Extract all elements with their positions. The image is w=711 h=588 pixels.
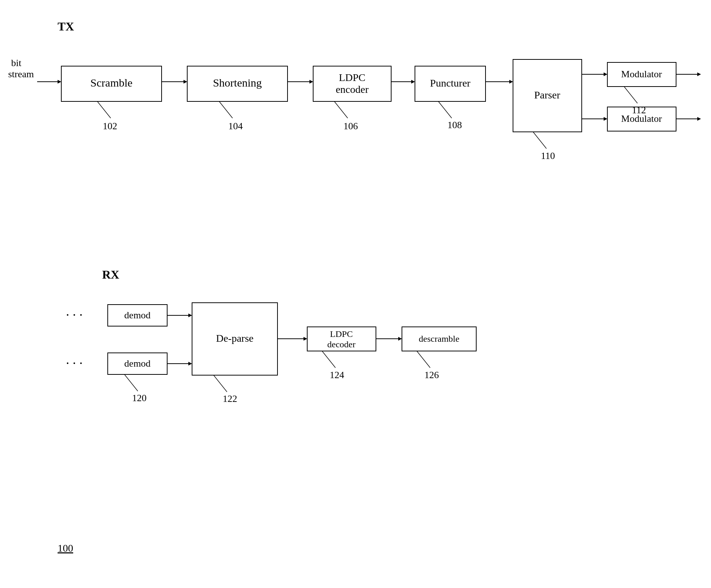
shortening-label: Shortening — [213, 77, 262, 89]
svg-marker-17 — [697, 117, 701, 121]
svg-marker-3 — [184, 80, 187, 84]
deparse-label: De-parse — [216, 332, 253, 344]
svg-line-23 — [624, 87, 637, 103]
ref-124: 124 — [330, 370, 344, 380]
scramble-label: Scramble — [90, 77, 132, 89]
svg-marker-9 — [509, 80, 513, 84]
svg-line-19 — [219, 101, 233, 118]
ref-120: 120 — [132, 393, 147, 403]
svg-line-22 — [533, 132, 546, 149]
modulator1-label: Modulator — [621, 69, 662, 79]
ldpc-decoder-label1: LDPC — [330, 329, 353, 339]
demod1-label: demod — [124, 310, 151, 321]
ldpc-decoder-label2: decoder — [327, 340, 356, 349]
figure-number: 100 — [58, 542, 73, 554]
svg-line-34 — [322, 351, 335, 368]
svg-marker-13 — [697, 72, 701, 76]
svg-line-20 — [334, 101, 348, 118]
ref-112: 112 — [632, 105, 646, 116]
ref-104: 104 — [228, 121, 243, 131]
tx-label: TX — [58, 20, 74, 33]
svg-marker-29 — [303, 337, 307, 341]
dots2: . . . — [66, 352, 83, 367]
parser-label: Parser — [534, 89, 561, 101]
svg-line-35 — [417, 351, 430, 368]
svg-line-33 — [214, 375, 227, 392]
svg-marker-11 — [604, 72, 607, 76]
svg-marker-1 — [58, 80, 61, 84]
puncturer-label: Puncturer — [430, 77, 471, 89]
ref-126: 126 — [425, 370, 439, 380]
diagram-container: TX bit stream Scramble Shortening LDPC e… — [0, 0, 711, 588]
svg-line-32 — [124, 374, 138, 391]
ldpc-encoder-label2: encoder — [336, 84, 369, 95]
svg-line-18 — [97, 101, 111, 118]
svg-marker-27 — [188, 362, 192, 366]
ref-108: 108 — [448, 120, 462, 130]
svg-marker-31 — [398, 337, 402, 341]
svg-marker-7 — [411, 80, 415, 84]
descramble-label: descramble — [419, 334, 459, 344]
demod2-label: demod — [124, 358, 151, 369]
ref-110: 110 — [541, 150, 555, 161]
ref-106: 106 — [344, 121, 358, 131]
ldpc-encoder-label1: LDPC — [339, 72, 366, 83]
bit-stream-label2: stream — [8, 69, 34, 79]
bit-stream-label: bit — [11, 58, 22, 68]
dots1: . . . — [66, 304, 83, 319]
ref-122: 122 — [223, 393, 237, 404]
svg-line-21 — [438, 101, 452, 118]
svg-marker-5 — [309, 80, 313, 84]
ref-102: 102 — [103, 121, 117, 131]
rx-label: RX — [102, 268, 119, 281]
svg-marker-25 — [188, 314, 192, 317]
svg-marker-15 — [604, 117, 607, 121]
